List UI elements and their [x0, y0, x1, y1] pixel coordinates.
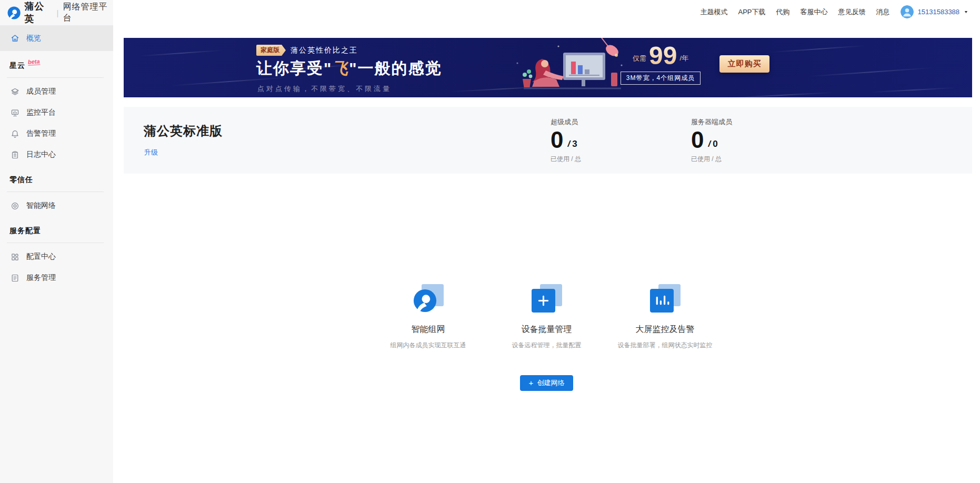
divider	[7, 77, 104, 78]
banner-tagline: 蒲公英性价比之王	[291, 46, 358, 55]
username: 15131583388	[918, 8, 960, 16]
chevron-down-icon[interactable]: ▼	[964, 10, 968, 14]
price-unit: /年	[679, 54, 688, 63]
nav-messages[interactable]: 消息	[876, 7, 890, 17]
nav-app-download[interactable]: APP下载	[738, 7, 766, 17]
sidebar-item-label: 监控平台	[26, 108, 56, 117]
feature-description: 组网内各成员实现互联互通	[376, 341, 481, 350]
price-value: 99	[649, 43, 677, 68]
document-icon	[11, 274, 19, 283]
section-title: 零信任	[9, 175, 33, 185]
nav-theme-mode[interactable]: 主题模式	[701, 7, 728, 17]
plan-title: 蒲公英标准版	[144, 123, 223, 139]
sidebar-item-overview[interactable]: 概览	[0, 25, 113, 51]
stat-super-members: 超级成员 0 / 3 已使用 / 总	[551, 107, 581, 164]
feature-title: 智能组网	[376, 324, 481, 335]
banner-price-block: 仅需 99 /年 3M带宽，4个组网成员	[613, 43, 708, 85]
sidebar-item-alerts[interactable]: 告警管理	[0, 123, 113, 144]
banner-title: 让你享受"飞"一般的感觉	[256, 58, 442, 79]
stat-total-value: 0	[713, 139, 717, 149]
feature-title: 设备批量管理	[494, 324, 599, 335]
stat-caption: 已使用 / 总	[551, 155, 581, 164]
stat-total-value: 3	[572, 139, 577, 149]
stat-server-members: 服务器端成员 0 / 0 已使用 / 总	[691, 107, 732, 164]
top-navbar: 主题模式 APP下载 代购 客服中心 意见反馈 消息 15131583388 ▼	[113, 0, 980, 24]
dashboard-chart-icon	[650, 289, 674, 313]
upgrade-link[interactable]: 升级	[144, 148, 158, 157]
layers-icon	[11, 87, 19, 96]
clipboard-icon	[11, 150, 19, 159]
home-icon	[11, 34, 19, 43]
feature-description: 设备远程管理，批量配置	[494, 341, 599, 350]
sidebar-item-label: 成员管理	[26, 87, 56, 96]
target-icon	[11, 202, 19, 210]
logo-title: 蒲公英	[24, 0, 52, 25]
stat-label: 超级成员	[551, 117, 581, 127]
feature-smart-networking[interactable]: 智能组网 组网内各成员实现互联互通	[376, 284, 481, 350]
home-edition-badge: 家庭版	[256, 45, 286, 56]
divider	[7, 192, 104, 192]
promo-banner[interactable]: 家庭版 蒲公英性价比之王 让你享受"飞"一般的感觉 点对点传输，不限带宽、不限流…	[124, 38, 972, 97]
sidebar-item-label: 智能网络	[26, 201, 56, 210]
plan-spec-box: 3M带宽，4个组网成员	[621, 72, 701, 85]
dandelion-network-icon	[413, 289, 437, 313]
stat-separator: /	[708, 139, 711, 149]
beta-badge: beta	[28, 58, 40, 66]
feature-description: 设备批量部署，组网状态实时监控	[613, 341, 718, 350]
banner-title-highlight: 飞	[332, 59, 349, 77]
bell-icon	[11, 129, 19, 138]
banner-subtitle: 点对点传输，不限带宽、不限流量	[257, 84, 392, 94]
nav-support-center[interactable]: 客服中心	[801, 7, 828, 17]
sidebar-item-monitor-platform[interactable]: 监控平台	[0, 102, 113, 123]
section-title: 服务配置	[9, 226, 41, 236]
plan-summary-panel: 蒲公英标准版 升级 超级成员 0 / 3 已使用 / 总 服务器端成员 0 / …	[124, 107, 972, 174]
divider	[7, 243, 104, 243]
sidebar-item-label: 配置中心	[26, 252, 56, 261]
plus-icon: +	[529, 379, 534, 387]
sidebar-item-label: 告警管理	[26, 129, 56, 138]
section-title: 星云	[9, 61, 25, 71]
batch-add-icon	[532, 289, 555, 313]
stat-used-value: 0	[551, 128, 563, 152]
create-network-row: + 创建网络	[113, 375, 980, 391]
sidebar-item-members[interactable]: 成员管理	[0, 81, 113, 102]
sidebar: 蒲公英 | 网络管理平台 概览 星云 beta 成员管理	[0, 0, 113, 483]
sidebar-item-label: 概览	[26, 34, 41, 43]
buy-now-button[interactable]: 立即购买	[719, 55, 769, 73]
sidebar-item-label: 服务管理	[26, 273, 56, 283]
sidebar-item-label: 日志中心	[26, 150, 56, 159]
banner-illustration	[513, 38, 629, 97]
feature-title: 大屏监控及告警	[613, 324, 718, 335]
monitor-icon	[11, 108, 19, 117]
stat-separator: /	[567, 139, 570, 149]
create-network-button[interactable]: + 创建网络	[520, 375, 574, 391]
sidebar-item-config-center[interactable]: 配置中心	[0, 246, 113, 267]
person-icon	[901, 5, 914, 18]
feature-dashboard-monitoring[interactable]: 大屏监控及告警 设备批量部署，组网状态实时监控	[613, 284, 718, 350]
app-root: 蒲公英 | 网络管理平台 概览 星云 beta 成员管理	[0, 0, 980, 483]
create-network-label: 创建网络	[537, 378, 564, 388]
dandelion-logo-icon	[7, 6, 21, 20]
sidebar-section-zerotrust: 零信任	[0, 175, 113, 188]
brand-logo[interactable]: 蒲公英 | 网络管理平台	[0, 0, 113, 25]
feature-cards: 智能组网 组网内各成员实现互联互通 设备批量管理 设备远程管理，批量配置	[113, 284, 980, 350]
logo-subtitle: 网络管理平台	[63, 2, 113, 24]
feature-batch-device-management[interactable]: 设备批量管理 设备远程管理，批量配置	[494, 284, 599, 350]
user-menu[interactable]: 15131583388 ▼	[901, 5, 968, 18]
stat-used-value: 0	[691, 128, 704, 152]
sidebar-section-service-config: 服务配置	[0, 226, 113, 239]
price-prefix: 仅需	[633, 54, 646, 63]
sidebar-section-xingyun: 星云 beta	[0, 61, 113, 74]
main-content: 家庭版 蒲公英性价比之王 让你享受"飞"一般的感觉 点对点传输，不限带宽、不限流…	[113, 24, 980, 483]
sidebar-item-service-management[interactable]: 服务管理	[0, 267, 113, 288]
sidebar-item-smart-network[interactable]: 智能网络	[0, 195, 113, 216]
sidebar-item-logs[interactable]: 日志中心	[0, 144, 113, 165]
grid-icon	[11, 253, 19, 261]
stat-caption: 已使用 / 总	[691, 155, 732, 164]
nav-feedback[interactable]: 意见反馈	[838, 7, 866, 17]
logo-divider: |	[57, 8, 59, 17]
avatar	[901, 5, 914, 18]
nav-daigou[interactable]: 代购	[776, 7, 790, 17]
stat-label: 服务器端成员	[691, 117, 732, 127]
